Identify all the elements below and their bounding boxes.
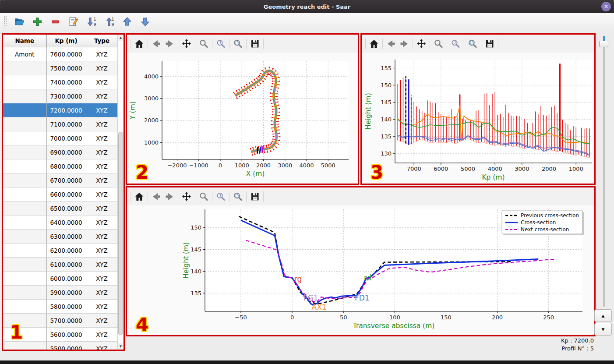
svg-text:4000: 4000 <box>488 166 502 172</box>
zoom-button[interactable] <box>197 190 210 203</box>
save-button[interactable] <box>483 37 496 50</box>
home-button[interactable] <box>133 190 146 203</box>
zoom-button[interactable] <box>197 37 210 50</box>
svg-text:250: 250 <box>543 314 554 321</box>
forward-button[interactable] <box>163 37 176 50</box>
svg-text:0: 0 <box>290 314 294 321</box>
table-row[interactable]: 6000.0000XYZ <box>3 272 118 286</box>
table-scrollbar[interactable]: ▲ ▼ <box>117 35 124 350</box>
open-folder-button[interactable] <box>13 15 25 28</box>
toolbar-separator <box>195 39 195 49</box>
plan-view-plot[interactable]: −2000−1000010002000300040005000100020003… <box>127 53 358 184</box>
table-row[interactable]: 6500.0000XYZ <box>3 201 118 216</box>
table-row[interactable]: 6800.0000XYZ <box>3 159 118 173</box>
back-button[interactable] <box>150 37 163 50</box>
svg-text:9: 9 <box>111 22 114 26</box>
remove-profile-button[interactable] <box>49 15 61 28</box>
zoom-one-button[interactable]: 1 <box>214 37 227 50</box>
table-row[interactable]: 5900.0000XYZ <box>3 286 118 300</box>
svg-text:Previous cross-section: Previous cross-section <box>521 212 579 219</box>
save-button[interactable] <box>248 190 261 203</box>
toolbar-separator <box>131 191 131 202</box>
toolbar-grip-handle[interactable] <box>4 16 7 27</box>
table-scrollbar-thumb[interactable] <box>118 132 123 335</box>
zoom-select-button[interactable] <box>231 190 244 203</box>
table-row[interactable]: 6100.0000XYZ <box>3 258 118 272</box>
previous-profile-button[interactable]: ▲ <box>594 309 612 322</box>
next-profile-button[interactable]: ▼ <box>594 323 612 336</box>
profile-slider-handle[interactable] <box>599 41 608 47</box>
close-button[interactable]: ✕ <box>601 2 611 11</box>
table-row[interactable]: 6900.0000XYZ <box>3 145 118 159</box>
zoom-button[interactable] <box>432 37 445 50</box>
table-row[interactable]: 5800.0000XYZ <box>3 300 118 314</box>
toolbar-separator <box>148 191 148 202</box>
table-row[interactable]: 7500.0000XYZ <box>3 61 118 75</box>
geometry-table-body: Amont7600.0000XYZ7500.0000XYZ7400.0000XY… <box>3 47 118 351</box>
svg-text:1: 1 <box>111 17 114 21</box>
svg-text:Transverse abscissa (m): Transverse abscissa (m) <box>353 322 435 330</box>
svg-text:140: 140 <box>381 116 392 123</box>
toolbar-separator <box>481 39 481 49</box>
svg-text:6000: 6000 <box>434 166 448 172</box>
scroll-down-icon[interactable]: ▼ <box>118 343 124 350</box>
toolbar-separator <box>131 39 131 49</box>
table-row[interactable]: 7300.0000XYZ <box>3 89 118 103</box>
sort-descending-button[interactable]: 19 <box>85 15 97 28</box>
pan-button[interactable] <box>415 37 428 50</box>
add-profile-button[interactable] <box>31 15 43 28</box>
pan-button[interactable] <box>180 37 193 50</box>
back-button[interactable] <box>385 37 398 50</box>
profile-slider-track[interactable] <box>603 36 605 307</box>
status-readout: Kp : 7200.0 Profil N° : 5 <box>561 337 594 352</box>
table-row[interactable]: 6700.0000XYZ <box>3 173 118 187</box>
table-row[interactable]: Amont7600.0000XYZ <box>3 47 118 61</box>
toolbar-separator <box>413 39 413 49</box>
column-header-type[interactable]: Type <box>86 35 118 47</box>
pan-button[interactable] <box>180 190 193 203</box>
arrow-down-icon: ▼ <box>602 327 605 332</box>
forward-button[interactable] <box>163 190 176 203</box>
longitudinal-plot[interactable]: 7000600050004000300020001000130135140145… <box>362 53 594 184</box>
table-row[interactable]: 6300.0000XYZ <box>3 230 118 244</box>
svg-text:0: 0 <box>219 162 222 169</box>
toolbar-separator <box>178 191 178 202</box>
svg-text:2000: 2000 <box>542 166 556 172</box>
edit-profile-button[interactable] <box>67 15 79 28</box>
move-up-button[interactable] <box>121 15 133 28</box>
toolbar-separator <box>229 39 229 49</box>
svg-text:200: 200 <box>492 314 503 321</box>
scroll-up-icon[interactable]: ▲ <box>118 35 124 41</box>
move-down-button[interactable] <box>139 15 151 28</box>
table-row[interactable]: 7000.0000XYZ <box>3 131 118 145</box>
zoom-select-button[interactable] <box>231 37 244 50</box>
home-button[interactable] <box>133 37 146 50</box>
column-header-name[interactable]: Name <box>3 35 46 47</box>
table-row[interactable]: 7200.0000XYZ <box>3 103 118 117</box>
home-button[interactable] <box>367 37 381 50</box>
svg-text:Kp (m): Kp (m) <box>482 173 505 181</box>
table-row[interactable]: 6600.0000XYZ <box>3 187 118 201</box>
table-row[interactable]: 7400.0000XYZ <box>3 75 118 89</box>
zoom-one-button[interactable]: 1 <box>449 37 462 50</box>
toolbar-separator <box>263 39 264 49</box>
svg-text:FD1: FD1 <box>355 293 370 302</box>
forward-button[interactable] <box>398 37 411 50</box>
cross-section-plot[interactable]: −50050100150200250135140145150Transverse… <box>127 205 594 335</box>
zoom-select-button[interactable] <box>466 37 479 50</box>
status-profil: Profil N° : 5 <box>561 345 594 353</box>
toolbar-separator <box>195 191 195 202</box>
zoom-one-icon: 1 <box>450 39 461 49</box>
save-button[interactable] <box>248 37 261 50</box>
toolbar-separator <box>212 191 212 202</box>
svg-text:rg: rg <box>294 275 302 283</box>
sort-ascending-button[interactable]: 19 <box>103 15 115 28</box>
table-row[interactable]: 6400.0000XYZ <box>3 216 118 230</box>
zoom-select-icon <box>233 191 243 202</box>
table-row[interactable]: 7100.0000XYZ <box>3 117 118 131</box>
column-header-kp[interactable]: Kp (m) <box>46 35 86 47</box>
back-button[interactable] <box>150 190 163 203</box>
forward-icon <box>399 39 409 49</box>
zoom-one-button[interactable]: 1 <box>214 190 227 203</box>
table-row[interactable]: 6200.0000XYZ <box>3 244 118 258</box>
